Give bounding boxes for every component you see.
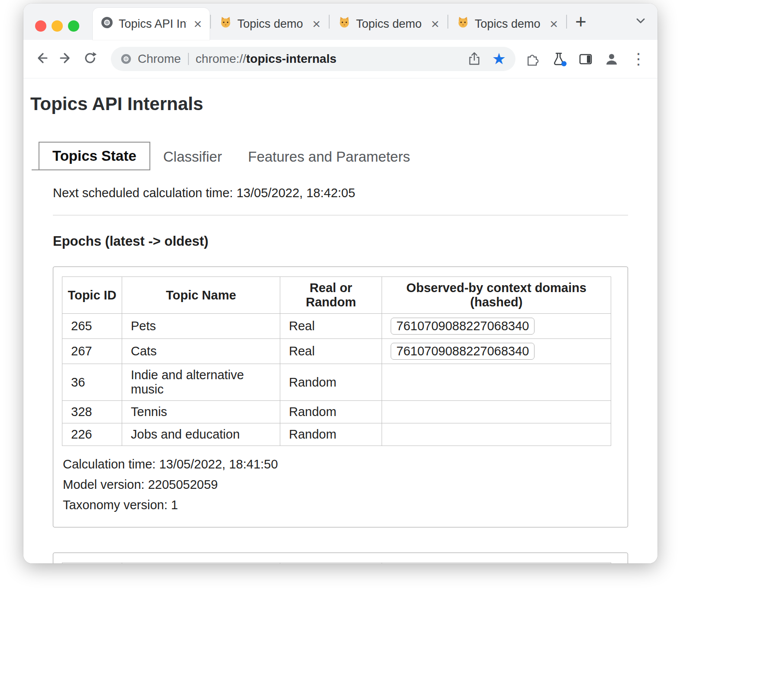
tab-close-icon[interactable]: × [548,17,560,31]
traffic-lights [35,20,79,32]
calculation-time: Calculation time: 13/05/2022, 18:41:50 [63,457,619,472]
next-calculation-time: Next scheduled calculation time: 13/05/2… [53,186,628,200]
profile-button[interactable] [604,51,619,67]
tab-classifier[interactable]: Classifier [150,143,235,170]
table-header-row: Topic ID Topic Name Real or Random Obser… [62,563,611,563]
cat-favicon-icon [219,16,232,32]
topic-name: Cats [122,339,280,364]
side-panel-button[interactable] [578,51,593,67]
col-real-or-random: Real or Random [280,277,382,314]
tab-close-icon[interactable]: × [311,17,322,31]
topic-name: Tennis [122,401,280,423]
topic-name: Jobs and education [122,423,280,446]
tab-title: Topics demo [356,17,424,31]
taxonomy-version: Taxonomy version: 1 [63,498,619,512]
forward-button[interactable] [58,50,74,68]
tab-divider [566,15,567,29]
tab-divider [210,15,211,29]
chrome-logo-icon [120,53,132,65]
tab-divider [329,15,330,29]
model-version: Model version: 2205052059 [63,478,619,492]
site-label: Chrome [138,52,181,66]
traffic-light-zoom[interactable] [68,20,79,32]
col-topic-name: Topic Name [122,563,280,563]
page-title: Topics API Internals [30,93,651,115]
chevron-down-icon [634,21,647,29]
epochs-heading: Epochs (latest -> oldest) [53,234,628,249]
new-tab-button[interactable]: + [567,12,594,31]
topic-id: 328 [62,401,122,423]
tab-features-and-parameters[interactable]: Features and Parameters [235,143,423,170]
cat-favicon-icon [457,16,470,32]
back-button[interactable] [34,50,49,68]
address-separator [188,53,189,65]
tab-topics-state[interactable]: Topics State [39,142,150,170]
topics-state-panel: Next scheduled calculation time: 13/05/2… [30,170,651,563]
cat-favicon-icon [338,16,351,32]
topic-name: Indie and alternative music [122,364,280,401]
forward-arrow-icon [58,50,74,68]
tab-search-button[interactable] [634,14,647,29]
traffic-light-close[interactable] [35,20,46,32]
browser-window: Topics API Intern × Topics demo × [23,3,658,563]
tab-title: Topics demo [475,17,543,31]
share-icon [467,51,482,67]
col-topic-name: Topic Name [122,277,280,314]
tab-bar-lead-line [32,169,39,170]
back-arrow-icon [34,50,49,68]
puzzle-icon [525,51,541,67]
extensions-button[interactable] [525,51,541,67]
epoch-table-2: Topic ID Topic Name Real or Random Obser… [62,563,611,563]
observed-domains [382,423,611,446]
traffic-light-minimize[interactable] [52,20,63,32]
tab-strip: Topics API Intern × Topics demo × [23,3,658,40]
url-host: topics-internals [246,52,336,66]
profile-avatar-icon [604,51,619,67]
col-topic-id: Topic ID [62,563,122,563]
browser-tab-topics-demo-3[interactable]: Topics demo × [449,8,566,40]
real-or-random: Random [280,423,382,446]
divider [53,215,628,215]
bookmark-star-icon[interactable]: ★ [492,51,506,67]
tab-close-icon[interactable]: × [192,17,204,31]
col-real-or-random: Real or Random [280,563,382,563]
reload-button[interactable] [82,50,98,68]
browser-tab-topics-demo-1[interactable]: Topics demo × [211,8,328,40]
table-row: 328 Tennis Random [62,401,611,423]
epoch-box-2: Topic ID Topic Name Real or Random Obser… [53,553,628,563]
chrome-logo-icon [100,16,113,32]
real-or-random: Random [280,364,382,401]
side-panel-icon [578,51,593,67]
tab-close-icon[interactable]: × [429,17,441,31]
hashed-domain-value: 7610709088227068340 [391,343,535,360]
tab-title: Topics API Intern [119,17,187,31]
real-or-random: Random [280,401,382,423]
topic-id: 267 [62,339,122,364]
browser-tab-topics-internals[interactable]: Topics API Intern × [93,8,210,40]
page-content: Topics API Internals Topics State Classi… [23,78,658,563]
address-bar[interactable]: Chrome chrome:// topics-internals ★ [111,47,515,71]
url-scheme: chrome:// [196,52,246,66]
share-button[interactable] [467,51,482,67]
table-row: 267 Cats Real 7610709088227068340 [62,339,611,364]
topic-id: 226 [62,423,122,446]
hashed-domain-value: 7610709088227068340 [391,318,535,335]
table-row: 265 Pets Real 7610709088227068340 [62,314,611,339]
epoch-table-1: Topic ID Topic Name Real or Random Obser… [62,276,611,446]
tab-title: Topics demo [237,17,305,31]
observed-domains: 7610709088227068340 [382,339,611,364]
topic-id: 36 [62,364,122,401]
browser-tab-topics-demo-2[interactable]: Topics demo × [330,8,447,40]
tab-divider [447,15,448,29]
chrome-labs-button[interactable] [551,51,567,67]
col-observed-domains: Observed-by context domains (hashed) [382,277,611,314]
table-row: 36 Indie and alternative music Random [62,364,611,401]
real-or-random: Real [280,314,382,339]
browser-toolbar: Chrome chrome:// topics-internals ★ [23,40,658,78]
observed-domains [382,401,611,423]
table-header-row: Topic ID Topic Name Real or Random Obser… [62,277,611,314]
real-or-random: Real [280,339,382,364]
col-topic-id: Topic ID [62,277,122,314]
browser-menu-button[interactable]: ⋮ [630,51,647,67]
observed-domains [382,364,611,401]
